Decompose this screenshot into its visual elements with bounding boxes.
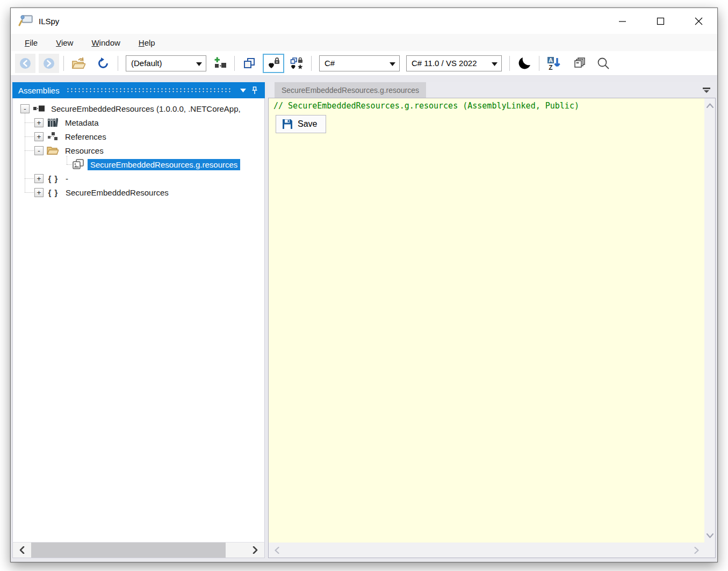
back-arrow-icon — [19, 57, 32, 70]
expander-icon[interactable]: - — [34, 146, 44, 155]
editor-vertical-scrollbar[interactable] — [704, 98, 715, 543]
open-folder-icon — [71, 57, 85, 70]
menu-view[interactable]: View — [51, 36, 78, 49]
chevron-down-icon — [196, 62, 202, 66]
tab-resource-document[interactable]: SecureEmbeddedResources.g.resources — [275, 82, 426, 98]
menu-window[interactable]: Window — [86, 36, 125, 49]
maximize-button[interactable] — [648, 8, 673, 34]
references-icon — [47, 131, 59, 142]
sort-assemblies-button[interactable]: A Z — [544, 54, 564, 73]
namespace-icon: { } — [47, 188, 60, 197]
language-version-combobox[interactable]: C# 11.0 / VS 2022 — [406, 55, 502, 71]
resource-header-comment: // SecureEmbeddedResources.g.resources (… — [269, 98, 704, 111]
expander-icon[interactable]: + — [34, 132, 44, 141]
svg-text:Z: Z — [549, 64, 552, 70]
overlapping-squares-icon — [242, 57, 256, 70]
expander-icon[interactable]: + — [34, 174, 44, 183]
toolbar-separator — [118, 56, 118, 71]
save-button-label: Save — [298, 119, 317, 129]
chevron-down-icon — [492, 62, 498, 66]
save-button[interactable]: Save — [276, 115, 326, 133]
visibility-options-button[interactable] — [286, 54, 307, 73]
tab-list-icon — [702, 87, 711, 93]
close-icon — [695, 17, 703, 25]
cascade-windows-icon — [573, 57, 587, 70]
expander-icon[interactable]: + — [34, 188, 44, 197]
open-file-button[interactable] — [68, 54, 89, 73]
panel-drag-grip[interactable] — [66, 88, 230, 93]
show-public-only-toggle[interactable] — [263, 54, 284, 73]
tree-item-label: - — [63, 173, 71, 184]
expander-icon[interactable]: + — [34, 118, 44, 127]
tree-item-resource-file[interactable]: SecureEmbeddedResources.g.resources — [13, 157, 264, 171]
tab-list-menu-button[interactable] — [697, 82, 716, 98]
assemblies-panel-title: Assemblies — [18, 86, 60, 95]
chevron-down-icon — [390, 62, 395, 66]
assemblies-panel-header: Assemblies — [12, 82, 265, 98]
panel-menu-button[interactable] — [237, 84, 249, 97]
refresh-icon — [97, 57, 110, 70]
assemblies-horizontal-scrollbar — [12, 542, 265, 558]
scroll-down-button[interactable] — [705, 531, 715, 540]
menubar: File View Window Help — [11, 34, 717, 51]
scrollbar-track[interactable] — [226, 543, 246, 558]
ilspy-window: ILSpy File View Window Help — [10, 8, 718, 562]
tree-item-references[interactable]: + References — [13, 129, 264, 143]
ilspy-logo-icon — [18, 14, 34, 28]
navigate-back-button[interactable] — [15, 54, 35, 73]
squares-lock-heart-star-icon — [290, 57, 304, 70]
chevron-right-icon — [253, 546, 258, 554]
tree-item-label: SecureEmbeddedResources — [63, 187, 171, 198]
scrollbar-thumb[interactable] — [31, 543, 226, 558]
sort-alphabetical-icon: A Z — [547, 56, 561, 70]
manage-assembly-lists-button[interactable] — [210, 54, 230, 73]
scroll-right-button[interactable] — [246, 543, 264, 558]
scroll-right-button[interactable] — [691, 545, 701, 555]
tree-item-label: References — [62, 131, 109, 142]
scrollbar-corner — [704, 543, 715, 558]
tree-item-namespace-dash[interactable]: + { } - — [13, 171, 264, 185]
tabstrip: SecureEmbeddedResources.g.resources — [268, 82, 716, 98]
window-title: ILSpy — [39, 17, 59, 26]
chevron-left-icon — [19, 546, 25, 554]
tree-item-resources[interactable]: - Resources — [13, 143, 264, 157]
chevron-left-icon — [275, 547, 279, 554]
close-button[interactable] — [686, 8, 711, 34]
assemblies-tree: - SecureEmbeddedResources (1.0.0.0, .NET… — [12, 98, 265, 542]
show-internal-types-button[interactable] — [239, 54, 260, 73]
language-version-value: C# 11.0 / VS 2022 — [412, 59, 477, 68]
menu-file[interactable]: File — [19, 36, 43, 49]
tree-item-label: Resources — [62, 145, 106, 156]
tree-item-label: Metadata — [62, 117, 102, 128]
chevron-right-icon — [694, 547, 699, 554]
refresh-button[interactable] — [93, 54, 113, 73]
toolbar-separator — [509, 56, 510, 71]
panel-pin-button[interactable] — [249, 84, 261, 97]
search-button[interactable] — [593, 54, 614, 73]
menu-help[interactable]: Help — [133, 36, 161, 49]
assemblies-panel: Assemblies — [12, 82, 265, 558]
tree-item-assembly-root[interactable]: - SecureEmbeddedResources (1.0.0.0, .NET… — [13, 102, 264, 115]
navigate-forward-button[interactable] — [39, 54, 59, 73]
tree-item-namespace-secureembeddedresources[interactable]: + { } SecureEmbeddedResources — [13, 185, 264, 199]
editor-horizontal-scrollbar[interactable] — [269, 543, 704, 558]
assembly-list-combobox[interactable]: (Default) — [126, 55, 206, 71]
expander-icon[interactable]: - — [20, 104, 30, 113]
scroll-left-button[interactable] — [272, 545, 282, 555]
language-combobox[interactable]: C# — [319, 55, 400, 71]
toolbar: (Default) — [11, 51, 717, 76]
chevron-down-icon — [240, 89, 246, 92]
minimize-button[interactable] — [610, 8, 635, 34]
scroll-up-button[interactable] — [705, 100, 715, 110]
tree-item-label-selected: SecureEmbeddedResources.g.resources — [88, 159, 240, 170]
main-area: Assemblies — [11, 76, 717, 562]
tree-item-metadata[interactable]: + Metadata — [13, 115, 264, 129]
pin-icon — [251, 86, 258, 95]
moon-icon — [517, 56, 531, 70]
window-list-button[interactable] — [570, 54, 590, 73]
heart-lock-icon — [266, 57, 280, 70]
scroll-left-button[interactable] — [13, 543, 31, 558]
assembly-list-value: (Default) — [131, 59, 162, 68]
toolbar-separator — [539, 56, 539, 71]
theme-toggle-button[interactable] — [514, 54, 535, 73]
